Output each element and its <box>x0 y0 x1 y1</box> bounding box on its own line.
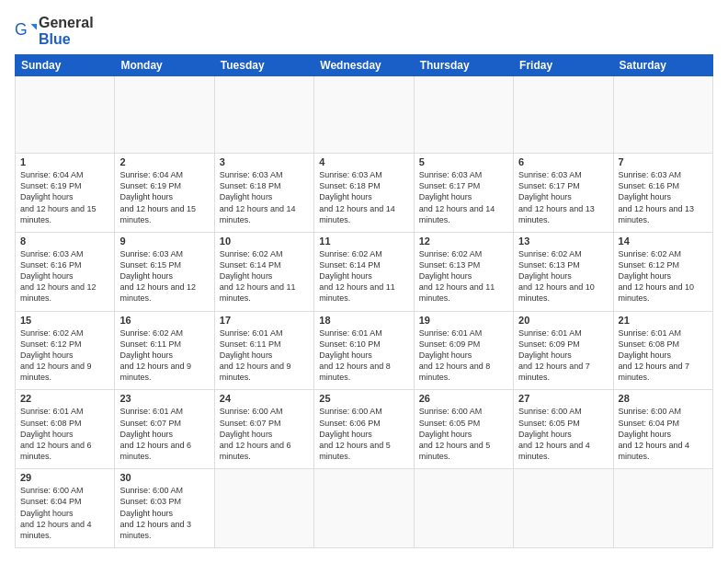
day-number: 14 <box>619 236 708 247</box>
day-number: 17 <box>220 315 309 326</box>
day-info: Sunrise: 6:00 AMSunset: 6:04 PMDaylight … <box>20 485 109 541</box>
day-info: Sunrise: 6:00 AMSunset: 6:03 PMDaylight … <box>119 485 209 541</box>
day-number: 29 <box>20 472 109 483</box>
day-number: 26 <box>419 393 508 404</box>
day-number: 24 <box>220 393 309 404</box>
table-row: 27Sunrise: 6:00 AMSunset: 6:05 PMDayligh… <box>514 390 613 469</box>
day-info: Sunrise: 6:03 AMSunset: 6:18 PMDaylight … <box>319 169 408 225</box>
table-row: 20Sunrise: 6:01 AMSunset: 6:09 PMDayligh… <box>514 311 613 390</box>
day-info: Sunrise: 6:00 AMSunset: 6:06 PMDaylight … <box>319 406 408 462</box>
day-info: Sunrise: 6:03 AMSunset: 6:16 PMDaylight … <box>20 248 109 304</box>
table-row: 13Sunrise: 6:02 AMSunset: 6:13 PMDayligh… <box>514 232 613 311</box>
table-row: 17Sunrise: 6:01 AMSunset: 6:11 PMDayligh… <box>214 311 313 390</box>
day-info: Sunrise: 6:02 AMSunset: 6:11 PMDaylight … <box>119 327 209 384</box>
col-thursday: Thursday <box>414 55 513 76</box>
day-info: Sunrise: 6:02 AMSunset: 6:12 PMDaylight … <box>619 248 708 304</box>
col-friday: Friday <box>514 55 613 76</box>
calendar-week-row <box>16 76 713 154</box>
day-number: 11 <box>319 236 408 247</box>
day-number: 16 <box>119 315 209 326</box>
table-row <box>16 76 115 154</box>
table-row <box>314 469 414 548</box>
col-tuesday: Tuesday <box>214 55 313 76</box>
logo-icon: G <box>15 20 37 42</box>
table-row <box>414 76 513 154</box>
day-number: 19 <box>419 315 508 326</box>
table-row: 11Sunrise: 6:02 AMSunset: 6:14 PMDayligh… <box>314 232 414 311</box>
table-row: 3Sunrise: 6:03 AMSunset: 6:18 PMDaylight… <box>214 154 313 233</box>
day-number: 7 <box>619 156 708 167</box>
table-row <box>514 469 613 548</box>
table-row <box>314 76 414 154</box>
logo-blue: Blue <box>39 31 71 47</box>
table-row: 18Sunrise: 6:01 AMSunset: 6:10 PMDayligh… <box>314 311 414 390</box>
table-row: 25Sunrise: 6:00 AMSunset: 6:06 PMDayligh… <box>314 390 414 469</box>
calendar-week-row: 1Sunrise: 6:04 AMSunset: 6:19 PMDaylight… <box>16 154 713 233</box>
day-info: Sunrise: 6:00 AMSunset: 6:05 PMDaylight … <box>419 406 508 462</box>
table-row: 10Sunrise: 6:02 AMSunset: 6:14 PMDayligh… <box>214 232 313 311</box>
day-number: 15 <box>20 315 109 326</box>
day-info: Sunrise: 6:03 AMSunset: 6:17 PMDaylight … <box>419 169 508 225</box>
day-info: Sunrise: 6:00 AMSunset: 6:04 PMDaylight … <box>619 406 708 462</box>
day-info: Sunrise: 6:01 AMSunset: 6:09 PMDaylight … <box>419 327 508 384</box>
table-row: 23Sunrise: 6:01 AMSunset: 6:07 PMDayligh… <box>115 390 214 469</box>
day-number: 27 <box>518 393 608 404</box>
day-number: 20 <box>518 315 608 326</box>
calendar-week-row: 15Sunrise: 6:02 AMSunset: 6:12 PMDayligh… <box>16 311 713 390</box>
table-row: 5Sunrise: 6:03 AMSunset: 6:17 PMDaylight… <box>414 154 513 233</box>
table-row: 14Sunrise: 6:02 AMSunset: 6:12 PMDayligh… <box>613 232 712 311</box>
day-info: Sunrise: 6:01 AMSunset: 6:08 PMDaylight … <box>619 327 708 384</box>
day-number: 6 <box>518 156 608 167</box>
table-row: 8Sunrise: 6:03 AMSunset: 6:16 PMDaylight… <box>16 232 115 311</box>
day-info: Sunrise: 6:01 AMSunset: 6:11 PMDaylight … <box>220 327 309 384</box>
day-info: Sunrise: 6:01 AMSunset: 6:10 PMDaylight … <box>319 327 408 384</box>
day-number: 1 <box>20 156 109 167</box>
day-info: Sunrise: 6:03 AMSunset: 6:16 PMDaylight … <box>619 169 708 225</box>
day-info: Sunrise: 6:01 AMSunset: 6:08 PMDaylight … <box>20 406 109 462</box>
table-row: 12Sunrise: 6:02 AMSunset: 6:13 PMDayligh… <box>414 232 513 311</box>
day-info: Sunrise: 6:02 AMSunset: 6:12 PMDaylight … <box>20 327 109 384</box>
page: G General Blue Sunday Monday Tues <box>0 0 728 563</box>
day-number: 21 <box>619 315 708 326</box>
day-number: 4 <box>319 156 408 167</box>
table-row: 4Sunrise: 6:03 AMSunset: 6:18 PMDaylight… <box>314 154 414 233</box>
day-number: 30 <box>119 472 209 483</box>
day-info: Sunrise: 6:02 AMSunset: 6:14 PMDaylight … <box>319 248 408 304</box>
table-row <box>613 469 712 548</box>
day-info: Sunrise: 6:02 AMSunset: 6:13 PMDaylight … <box>419 248 508 304</box>
col-wednesday: Wednesday <box>314 55 414 76</box>
day-info: Sunrise: 6:04 AMSunset: 6:19 PMDaylight … <box>119 169 209 225</box>
day-number: 22 <box>20 393 109 404</box>
table-row: 26Sunrise: 6:00 AMSunset: 6:05 PMDayligh… <box>414 390 513 469</box>
day-number: 10 <box>220 236 309 247</box>
day-number: 23 <box>119 393 209 404</box>
day-info: Sunrise: 6:04 AMSunset: 6:19 PMDaylight … <box>20 169 109 225</box>
table-row: 2Sunrise: 6:04 AMSunset: 6:19 PMDaylight… <box>115 154 214 233</box>
day-number: 25 <box>319 393 408 404</box>
day-number: 13 <box>518 236 608 247</box>
calendar-week-row: 22Sunrise: 6:01 AMSunset: 6:08 PMDayligh… <box>16 390 713 469</box>
table-row: 7Sunrise: 6:03 AMSunset: 6:16 PMDaylight… <box>613 154 712 233</box>
day-number: 2 <box>119 156 209 167</box>
table-row: 29Sunrise: 6:00 AMSunset: 6:04 PMDayligh… <box>16 469 115 548</box>
logo-general: General <box>39 15 94 30</box>
day-info: Sunrise: 6:02 AMSunset: 6:14 PMDaylight … <box>220 248 309 304</box>
day-info: Sunrise: 6:03 AMSunset: 6:15 PMDaylight … <box>119 248 209 304</box>
calendar-table: Sunday Monday Tuesday Wednesday Thursday… <box>15 54 713 548</box>
table-row: 9Sunrise: 6:03 AMSunset: 6:15 PMDaylight… <box>115 232 214 311</box>
table-row: 16Sunrise: 6:02 AMSunset: 6:11 PMDayligh… <box>115 311 214 390</box>
day-number: 5 <box>419 156 508 167</box>
logo: G General Blue <box>15 15 94 47</box>
table-row: 24Sunrise: 6:00 AMSunset: 6:07 PMDayligh… <box>214 390 313 469</box>
day-number: 8 <box>20 236 109 247</box>
day-number: 9 <box>119 236 209 247</box>
day-number: 3 <box>220 156 309 167</box>
table-row <box>115 76 214 154</box>
table-row: 28Sunrise: 6:00 AMSunset: 6:04 PMDayligh… <box>613 390 712 469</box>
table-row: 15Sunrise: 6:02 AMSunset: 6:12 PMDayligh… <box>16 311 115 390</box>
day-number: 12 <box>419 236 508 247</box>
table-row: 6Sunrise: 6:03 AMSunset: 6:17 PMDaylight… <box>514 154 613 233</box>
header: G General Blue <box>15 15 713 47</box>
calendar-header-row: Sunday Monday Tuesday Wednesday Thursday… <box>16 55 713 76</box>
day-info: Sunrise: 6:01 AMSunset: 6:09 PMDaylight … <box>518 327 608 384</box>
